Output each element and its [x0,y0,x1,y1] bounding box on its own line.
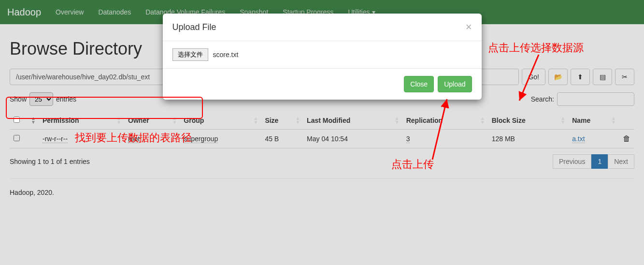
modal-close-icon[interactable]: × [466,21,472,33]
sort-icon[interactable]: ▲▼ [295,117,300,124]
col-owner: Owner▲▼ [124,112,180,130]
col-group: Group▲▼ [180,112,261,130]
sort-icon[interactable]: ▲▼ [611,117,616,124]
modal-upload-button[interactable]: Upload [438,76,472,92]
sort-icon[interactable]: ▲▼ [560,117,565,124]
sort-icon[interactable]: ▲▼ [172,117,177,124]
select-all-checkbox[interactable] [14,117,20,123]
sort-icon[interactable]: ▲▼ [31,117,36,124]
col-replication: Replication▲▼ [402,112,488,130]
sort-icon[interactable]: ▲▼ [253,117,258,124]
col-block-size: Block Size▲▼ [488,112,568,130]
sort-icon[interactable]: ▲▼ [116,117,121,124]
sort-icon[interactable]: ▲▼ [480,117,485,124]
col-name: Name▲▼ [568,112,619,130]
col-last-modified: Last Modified▲▼ [303,112,402,130]
col-permission: Permission▲▼ [39,112,124,130]
modal-title: Upload File [172,22,216,32]
sort-icon[interactable]: ▲▼ [395,117,400,124]
upload-modal: Upload File × 选择文件 score.txt Close Uploa… [163,14,482,100]
choose-file-button[interactable]: 选择文件 [172,48,208,61]
col-size: Size▲▼ [261,112,303,130]
modal-close-button[interactable]: Close [404,76,434,92]
chosen-filename: score.txt [213,51,239,59]
